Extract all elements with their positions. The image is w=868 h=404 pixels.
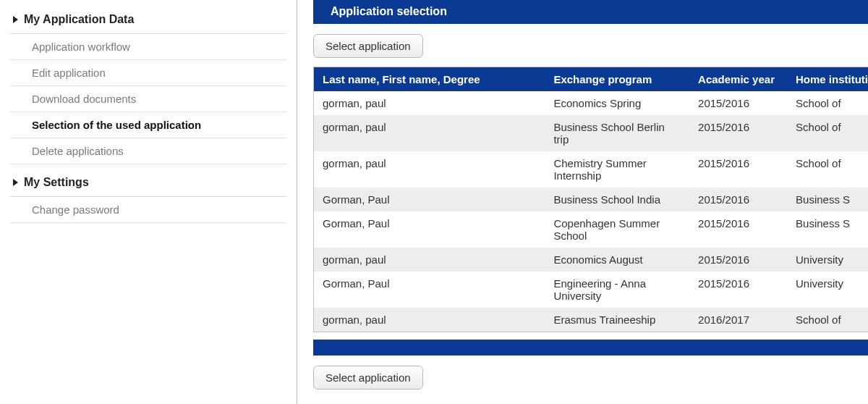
- cell-institution: School of: [787, 91, 868, 115]
- caret-right-icon: [13, 179, 18, 186]
- table-row[interactable]: Gorman, Paul Engineering - Anna Universi…: [314, 272, 868, 308]
- nav-section-my-settings: My Settings Change password: [10, 170, 286, 223]
- cell-institution: University: [787, 248, 868, 272]
- cell-institution: University: [787, 272, 868, 308]
- cell-year: 2015/2016: [689, 115, 787, 151]
- cell-name: gorman, paul: [314, 308, 545, 332]
- cell-name: Gorman, Paul: [314, 272, 545, 308]
- select-application-button-top[interactable]: Select application: [313, 34, 423, 58]
- table-footer-bar: [313, 340, 868, 355]
- cell-name: Gorman, Paul: [314, 188, 545, 211]
- cell-name: gorman, paul: [314, 151, 545, 188]
- nav-item-delete-applications[interactable]: Delete applications: [10, 138, 286, 164]
- table-row[interactable]: gorman, paul Business School Berlin trip…: [314, 115, 868, 151]
- cell-name: Gorman, Paul: [314, 211, 545, 248]
- cell-year: 2016/2017: [689, 308, 787, 332]
- nav-header-my-application-data[interactable]: My Application Data: [10, 7, 286, 34]
- cell-institution: School of: [787, 308, 868, 332]
- nav-header-label: My Settings: [24, 176, 89, 189]
- cell-program: Chemistry Summer Internship: [545, 151, 689, 188]
- panel-title: Application selection: [313, 0, 868, 24]
- cell-program: Copenhagen Summer School: [545, 211, 689, 248]
- select-application-button-bottom[interactable]: Select application: [313, 366, 423, 390]
- nav-item-change-password[interactable]: Change password: [10, 197, 286, 223]
- application-table-wrap: Last name, First name, Degree Exchange p…: [313, 67, 868, 332]
- cell-program: Engineering - Anna University: [545, 272, 689, 308]
- cell-year: 2015/2016: [689, 91, 787, 115]
- main-content: Application selection Select application…: [297, 0, 868, 404]
- cell-year: 2015/2016: [689, 188, 787, 211]
- table-row[interactable]: gorman, paul Economics August 2015/2016 …: [314, 248, 868, 272]
- th-name[interactable]: Last name, First name, Degree: [314, 67, 545, 91]
- cell-program: Economics Spring: [545, 91, 689, 115]
- nav-section-my-application-data: My Application Data Application workflow…: [10, 7, 286, 164]
- nav-header-my-settings[interactable]: My Settings: [10, 170, 286, 197]
- cell-program: Economics August: [545, 248, 689, 272]
- th-program[interactable]: Exchange program: [545, 67, 689, 91]
- cell-name: gorman, paul: [314, 91, 545, 115]
- nav-item-download-documents[interactable]: Download documents: [10, 86, 286, 112]
- cell-name: gorman, paul: [314, 115, 545, 151]
- table-header-row: Last name, First name, Degree Exchange p…: [314, 67, 868, 91]
- cell-program: Erasmus Traineeship: [545, 308, 689, 332]
- th-institution[interactable]: Home institution: [787, 67, 868, 91]
- cell-program: Business School Berlin trip: [545, 115, 689, 151]
- table-row[interactable]: gorman, paul Erasmus Traineeship 2016/20…: [314, 308, 868, 332]
- cell-institution: School of: [787, 115, 868, 151]
- table-row[interactable]: Gorman, Paul Business School India 2015/…: [314, 188, 868, 211]
- cell-year: 2015/2016: [689, 248, 787, 272]
- cell-institution: Business S: [787, 211, 868, 248]
- cell-year: 2015/2016: [689, 272, 787, 308]
- table-row[interactable]: gorman, paul Chemistry Summer Internship…: [314, 151, 868, 188]
- nav-item-edit-application[interactable]: Edit application: [10, 60, 286, 86]
- nav-item-application-workflow[interactable]: Application workflow: [10, 34, 286, 60]
- th-year[interactable]: Academic year: [689, 67, 787, 91]
- cell-institution: School of: [787, 151, 868, 188]
- nav-item-selection-of-used-application[interactable]: Selection of the used application: [10, 112, 286, 138]
- cell-program: Business School India: [545, 188, 689, 211]
- cell-year: 2015/2016: [689, 151, 787, 188]
- caret-right-icon: [13, 16, 18, 23]
- table-row[interactable]: gorman, paul Economics Spring 2015/2016 …: [314, 91, 868, 115]
- sidebar: My Application Data Application workflow…: [0, 0, 297, 404]
- nav-header-label: My Application Data: [24, 13, 134, 26]
- cell-year: 2015/2016: [689, 211, 787, 248]
- table-row[interactable]: Gorman, Paul Copenhagen Summer School 20…: [314, 211, 868, 248]
- application-table: Last name, First name, Degree Exchange p…: [314, 67, 868, 332]
- cell-name: gorman, paul: [314, 248, 545, 272]
- cell-institution: Business S: [787, 188, 868, 211]
